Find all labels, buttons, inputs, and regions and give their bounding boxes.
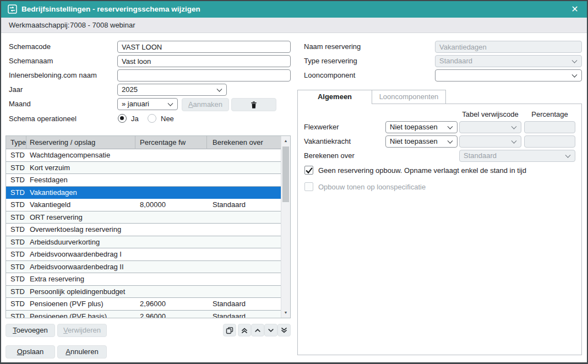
flexwerker-select[interactable]: Niet toepassen <box>385 121 458 133</box>
chevron-down-icon <box>217 86 222 92</box>
table-row[interactable]: STDWachtdagencompensatie <box>6 149 281 162</box>
inlenersbeloning-label: Inlenersbeloning.com naam <box>9 69 97 82</box>
percentage-header: Percentage <box>524 110 575 118</box>
radio-nee-label: Nee <box>161 113 174 125</box>
dialog-window: Bedrijfsinstellingen - reserveringsschem… <box>0 0 588 364</box>
aanmaken-button[interactable]: Aanmaken <box>182 98 229 111</box>
table-row[interactable]: STDPensioenen (PVF plus)2,96000Standaard <box>6 298 281 311</box>
tabel-verwijscode-header: Tabel verwijscode <box>459 110 521 118</box>
delete-button[interactable] <box>231 98 276 111</box>
flexwerker-label: Flexwerker <box>304 121 339 133</box>
col-header-berekenen-over: Berekenen over <box>207 136 282 149</box>
werkmaatschappij-label: Werkmaatschappij: <box>9 18 69 33</box>
maand-label: Maand <box>9 98 31 110</box>
move-down-button[interactable] <box>264 324 277 336</box>
radio-ja[interactable] <box>118 114 127 123</box>
jaar-label: Jaar <box>9 84 23 96</box>
inlenersbeloning-input[interactable] <box>117 69 291 82</box>
table-scrollbar[interactable]: ▲ ▼ <box>281 136 290 318</box>
tab-algemeen[interactable]: Algemeen <box>297 90 372 104</box>
chevron-down-icon <box>268 327 274 334</box>
table-row[interactable]: STDVakantiegeld8,00000Standaard <box>6 199 281 211</box>
table-row[interactable]: STDArbeidsvoorwaardenbedrag I <box>6 248 281 261</box>
title-bar: Bedrijfsinstellingen - reserveringsschem… <box>1 1 587 18</box>
col-header-type: Type <box>6 136 26 149</box>
table-row[interactable]: STDOverwerktoeslag reservering <box>6 224 281 236</box>
naam-reservering-input[interactable] <box>435 41 582 53</box>
copy-icon <box>226 327 233 334</box>
chevron-down-icon <box>511 138 517 144</box>
naam-reservering-label: Naam reservering <box>304 41 361 53</box>
berekenen-over-select[interactable]: Standaard <box>459 150 575 162</box>
trash-icon <box>250 101 258 109</box>
maand-select[interactable]: » januari <box>117 98 178 110</box>
schemacode-label: Schemacode <box>9 41 51 53</box>
chevron-down-icon <box>511 124 517 129</box>
move-up-button[interactable] <box>251 324 264 336</box>
schemanaam-input[interactable] <box>117 55 291 67</box>
radio-ja-label: Ja <box>131 113 139 125</box>
flexwerker-percentage-input[interactable] <box>524 121 575 133</box>
opbouw-tonen-checkbox[interactable] <box>304 182 313 191</box>
double-chevron-down-icon <box>281 327 287 334</box>
geen-reservering-label: Geen reservering opbouw. Opname verlaagt… <box>318 166 526 175</box>
vakantiekracht-verwijscode-select[interactable] <box>459 135 521 148</box>
flexwerker-verwijscode-select[interactable] <box>459 121 521 133</box>
chevron-down-icon <box>572 58 578 63</box>
table-row[interactable]: STDFeestdagen <box>6 174 281 187</box>
chevron-down-icon <box>448 138 453 144</box>
scroll-up-icon[interactable]: ▲ <box>281 137 290 145</box>
vakantiekracht-select[interactable]: Niet toepassen <box>385 135 458 148</box>
table-row[interactable]: STDVakantiedagen <box>6 187 281 199</box>
type-reservering-select[interactable]: Standaard <box>435 55 582 67</box>
transfer-arrows-icon <box>8 4 17 14</box>
scroll-down-icon[interactable]: ▼ <box>281 308 290 317</box>
move-bottom-button[interactable] <box>277 324 291 336</box>
dialog-title: Bedrijfsinstellingen - reserveringsschem… <box>21 1 200 18</box>
opslaan-button[interactable]: Opslaan <box>6 345 55 358</box>
chevron-up-icon <box>254 327 261 334</box>
berekenen-over-label: Berekenen over <box>304 150 355 162</box>
chevron-down-icon <box>448 124 453 129</box>
table-row[interactable]: STDPersoonlijk opleidingenbudget <box>6 286 281 298</box>
move-top-button[interactable] <box>238 324 251 336</box>
radio-nee[interactable] <box>148 114 156 123</box>
table-row[interactable]: STDExtra reservering <box>6 273 281 286</box>
verwijderen-button[interactable]: Verwijderen <box>57 324 107 337</box>
table-row[interactable]: STDArbeidsduurverkorting <box>6 236 281 249</box>
geen-reservering-checkbox[interactable] <box>304 166 313 175</box>
close-icon[interactable]: ✕ <box>568 3 581 16</box>
toevoegen-button[interactable]: Toevoegen <box>6 324 55 337</box>
chevron-down-icon <box>168 101 173 106</box>
table-body: STDWachtdagencompensatieSTDKort verzuimS… <box>6 149 281 318</box>
col-header-percentage-fw: Percentage fw <box>135 136 207 149</box>
schema-operationeel-label: Schema operationeel <box>9 113 77 125</box>
schemacode-input[interactable] <box>117 41 291 53</box>
type-reservering-label: Type reservering <box>304 55 357 67</box>
col-header-reservering: Reservering / opslag <box>26 136 135 149</box>
jaar-select[interactable]: 2025 <box>117 84 227 96</box>
table-row[interactable]: STDKort verzuim <box>6 162 281 175</box>
table-row[interactable]: STDPensioenen (PVF basis)2,96000Standaar… <box>6 311 281 319</box>
table-row[interactable]: STDArbeidsvoorwaardenbedrag II <box>6 261 281 274</box>
reserveringen-table: Type Reservering / opslag Percentage fw … <box>6 135 291 318</box>
vakantiekracht-label: Vakantiekracht <box>304 135 351 148</box>
annuleren-button[interactable]: Annuleren <box>57 345 107 358</box>
schemanaam-label: Schemanaam <box>9 55 53 67</box>
vakantiekracht-percentage-input[interactable] <box>524 135 575 148</box>
table-header: Type Reservering / opslag Percentage fw … <box>6 136 281 149</box>
chevron-down-icon <box>565 153 571 158</box>
looncomponent-label: Looncomponent <box>304 69 355 82</box>
tab-looncomponenten[interactable]: Looncomponenten <box>372 90 446 104</box>
double-chevron-up-icon <box>241 327 248 334</box>
table-row[interactable]: STDORT reservering <box>6 211 281 224</box>
werkmaatschappij-value: 7008 - 7008 webinar <box>70 18 135 33</box>
copy-button[interactable] <box>223 324 236 336</box>
scrollbar-thumb[interactable] <box>282 146 289 202</box>
looncomponent-select[interactable] <box>435 69 582 82</box>
chevron-down-icon <box>572 72 578 78</box>
opbouw-tonen-label: Opbouw tonen op loonspecificatie <box>318 182 426 192</box>
werkmaatschappij-bar: Werkmaatschappij: 7008 - 7008 webinar <box>1 18 587 33</box>
